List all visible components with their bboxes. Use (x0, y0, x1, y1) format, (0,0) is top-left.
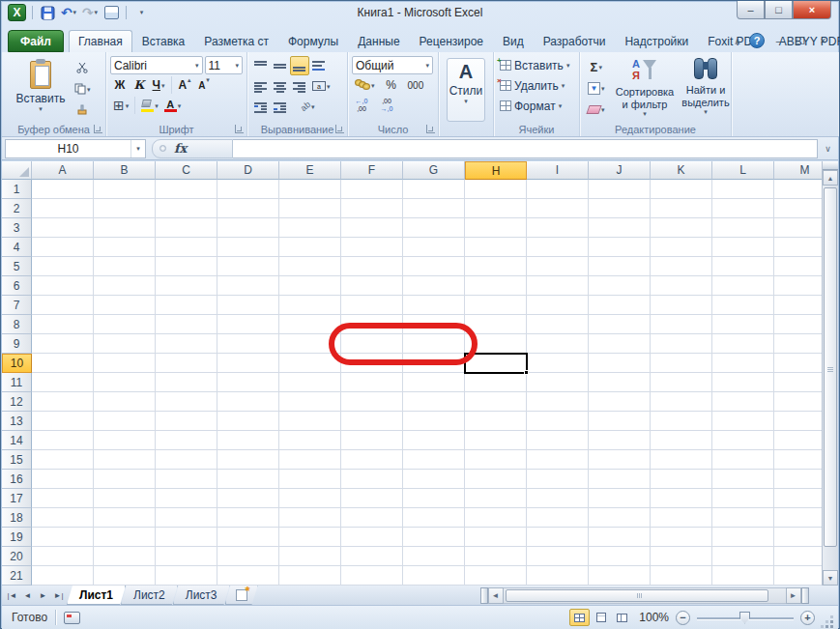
cell-M8[interactable] (774, 315, 824, 334)
cell-A14[interactable] (32, 431, 94, 450)
cell-B14[interactable] (94, 431, 156, 450)
clear-button[interactable]: ▾ (585, 100, 608, 119)
cell-A15[interactable] (32, 450, 94, 470)
cell-M3[interactable] (774, 218, 824, 238)
cell-E6[interactable] (279, 276, 341, 296)
horizontal-split-handle[interactable] (801, 587, 809, 604)
cell-J16[interactable] (589, 470, 651, 489)
font-name-select[interactable]: Calibri▾ (110, 56, 203, 74)
cell-L19[interactable] (712, 528, 774, 547)
tab-Формулы[interactable]: Формулы (278, 30, 348, 52)
cell-L11[interactable] (712, 373, 774, 392)
cell-K3[interactable] (651, 218, 712, 238)
cell-I3[interactable] (527, 218, 589, 238)
cell-L2[interactable] (712, 199, 774, 218)
cell-H15[interactable] (465, 450, 527, 470)
close-button[interactable]: × (793, 1, 831, 19)
cell-M21[interactable] (774, 566, 824, 586)
tab-Главная[interactable]: Главная (69, 30, 132, 52)
cell-L5[interactable] (712, 257, 774, 276)
cell-I11[interactable] (527, 373, 589, 392)
cell-M18[interactable] (774, 508, 824, 528)
resize-grip[interactable] (822, 616, 834, 629)
row-header-14[interactable]: 14 (2, 431, 32, 450)
cell-M4[interactable] (774, 238, 824, 257)
cell-E4[interactable] (279, 238, 341, 257)
vertical-scrollbar[interactable]: ▲ ▼ (822, 161, 838, 586)
row-header-19[interactable]: 19 (2, 528, 32, 547)
row-header-16[interactable]: 16 (2, 470, 32, 489)
cell-A12[interactable] (32, 392, 94, 412)
cell-G5[interactable] (403, 257, 465, 276)
cell-L21[interactable] (712, 566, 774, 586)
cell-I5[interactable] (527, 257, 589, 276)
row-header-1[interactable]: 1 (2, 180, 32, 199)
cell-L9[interactable] (712, 334, 774, 354)
cell-L14[interactable] (712, 431, 774, 450)
dialog-launcher-icon[interactable] (426, 125, 435, 133)
cell-J21[interactable] (589, 566, 651, 586)
cell-H17[interactable] (465, 489, 527, 508)
cell-L15[interactable] (712, 450, 774, 470)
row-header-17[interactable]: 17 (2, 489, 32, 508)
cell-B5[interactable] (94, 257, 156, 276)
cell-A1[interactable] (32, 180, 94, 199)
insert-cells-button[interactable]: + Вставить ▾ (496, 55, 577, 75)
column-header-H[interactable]: H (465, 161, 527, 180)
formula-input[interactable] (233, 139, 818, 158)
cell-I4[interactable] (527, 238, 589, 257)
cell-J5[interactable] (589, 257, 651, 276)
cell-G16[interactable] (403, 470, 465, 489)
tab-Вид[interactable]: Вид (493, 30, 534, 52)
cell-A6[interactable] (32, 276, 94, 296)
cell-K19[interactable] (651, 528, 712, 547)
format-cells-button[interactable]: Формат ▾ (496, 96, 577, 116)
cell-A17[interactable] (32, 489, 94, 508)
cell-C6[interactable] (156, 276, 217, 296)
cell-K11[interactable] (651, 373, 712, 392)
cell-K16[interactable] (651, 470, 712, 489)
cell-F7[interactable] (341, 296, 403, 315)
cell-B2[interactable] (94, 199, 156, 218)
cell-L13[interactable] (712, 412, 774, 431)
column-header-I[interactable]: I (527, 161, 589, 180)
fill-color-button[interactable]: ▾ (138, 96, 161, 115)
cell-I2[interactable] (527, 199, 589, 218)
column-header-B[interactable]: B (94, 161, 156, 180)
cell-K17[interactable] (651, 489, 712, 508)
cell-D13[interactable] (217, 412, 279, 431)
cell-C5[interactable] (156, 257, 217, 276)
cell-G19[interactable] (403, 528, 465, 547)
cell-J6[interactable] (589, 276, 651, 296)
cell-E16[interactable] (279, 470, 341, 489)
row-header-3[interactable]: 3 (2, 218, 32, 238)
cell-E14[interactable] (279, 431, 341, 450)
cell-F17[interactable] (341, 489, 403, 508)
cell-J8[interactable] (589, 315, 651, 334)
cell-E11[interactable] (279, 373, 341, 392)
decrease-indent-button[interactable] (251, 97, 271, 116)
cell-C11[interactable] (156, 373, 217, 392)
cell-L12[interactable] (712, 392, 774, 412)
cell-D1[interactable] (217, 180, 279, 199)
cell-D18[interactable] (217, 508, 279, 528)
cell-H13[interactable] (465, 412, 527, 431)
cell-I15[interactable] (527, 450, 589, 470)
cell-H14[interactable] (465, 431, 527, 450)
autosum-button[interactable]: Σ▾ (585, 57, 608, 76)
cell-D5[interactable] (217, 257, 279, 276)
cell-H20[interactable] (465, 547, 527, 566)
cell-B13[interactable] (94, 412, 156, 431)
cell-B19[interactable] (94, 528, 156, 547)
fill-handle[interactable] (524, 370, 529, 375)
cut-button[interactable] (72, 58, 94, 77)
cell-M6[interactable] (774, 276, 824, 296)
cell-B20[interactable] (94, 547, 156, 566)
cell-E1[interactable] (279, 180, 341, 199)
cell-H11[interactable] (465, 373, 527, 392)
cell-I8[interactable] (527, 315, 589, 334)
cell-D7[interactable] (217, 296, 279, 315)
tab-Рецензирое[interactable]: Рецензирое (410, 30, 493, 52)
cell-K8[interactable] (651, 315, 712, 334)
cell-G18[interactable] (403, 508, 465, 528)
